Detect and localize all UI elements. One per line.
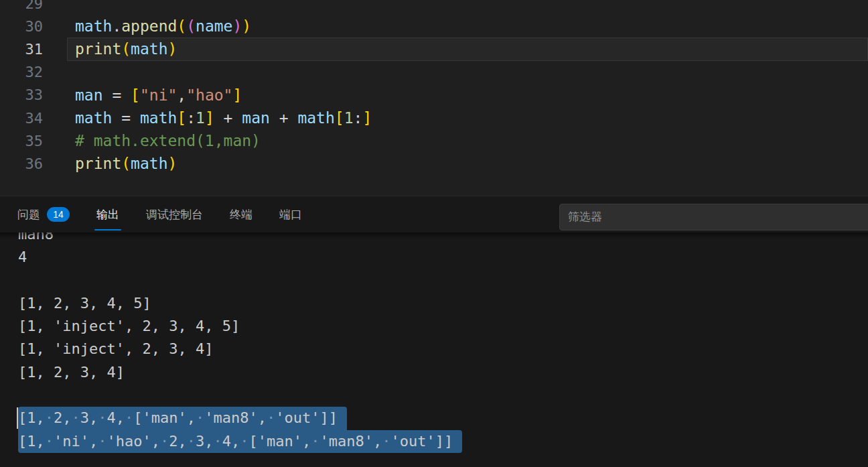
output-line[interactable] xyxy=(0,269,868,292)
code-text: math = math[:1] + man + math[1:] xyxy=(43,109,372,127)
code-line[interactable]: 34math = math[:1] + man + math[1:] xyxy=(0,107,868,129)
panel-tab-bar: 问题 14 输出 调试控制台 终端 端口 xyxy=(0,196,868,232)
code-line[interactable]: 29 xyxy=(0,0,868,15)
tab-debug-console-label: 调试控制台 xyxy=(146,207,203,222)
code-text: print(math) xyxy=(43,40,177,58)
selected-output-text: [1,·'ni',·'hao',·2,·3,·4,·['man',·'man8'… xyxy=(18,430,462,453)
output-text: 4 xyxy=(18,249,27,265)
code-line[interactable]: 33man = ["ni","hao"] xyxy=(0,84,868,107)
code-text: print(math) xyxy=(43,155,177,172)
code-text: man = ["ni","hao"] xyxy=(43,86,242,104)
tab-terminal[interactable]: 终端 xyxy=(230,196,252,232)
output-line[interactable]: [1,·'ni',·'hao',·2,·3,·4,·['man',·'man8'… xyxy=(0,430,868,453)
output-text: [1, 'inject', 2, 3, 4] xyxy=(18,340,213,357)
output-line[interactable]: [1, 2, 3, 4] xyxy=(0,361,868,384)
line-number: 34 xyxy=(0,110,43,127)
output-text: [1, 'inject', 2, 3, 4, 5] xyxy=(18,318,240,334)
code-line[interactable]: 31print(math) xyxy=(0,38,868,60)
code-text: # math.extend(1,man) xyxy=(43,132,261,149)
tab-problems[interactable]: 问题 14 xyxy=(17,196,70,232)
text-cursor xyxy=(17,407,18,429)
code-text: math.append((name)) xyxy=(43,17,251,35)
selected-output-text: [1,·2,·3,·4,·['man',·'man8',·'out']] xyxy=(18,407,347,429)
tab-terminal-label: 终端 xyxy=(230,207,252,222)
output-area[interactable]: man84[1, 2, 3, 4, 5][1, 'inject', 2, 3, … xyxy=(0,232,868,467)
output-text: [1, 2, 3, 4, 5] xyxy=(18,295,151,312)
code-line[interactable]: 32 xyxy=(0,61,868,84)
line-number: 36 xyxy=(0,155,43,172)
output-text: [1, 2, 3, 4] xyxy=(18,364,125,381)
problems-count-badge: 14 xyxy=(47,207,70,222)
line-number: 31 xyxy=(0,41,43,58)
code-line[interactable]: 36print(math) xyxy=(0,152,868,175)
code-editor[interactable]: 2930math.append((name))31print(math)3233… xyxy=(0,0,868,196)
code-line[interactable]: 30math.append((name)) xyxy=(0,15,868,38)
output-text: man8 xyxy=(18,232,54,243)
output-line[interactable]: man8 xyxy=(0,232,868,246)
line-number: 33 xyxy=(0,86,43,103)
tab-debug-console[interactable]: 调试控制台 xyxy=(146,196,203,232)
output-line[interactable]: 4 xyxy=(0,246,868,269)
code-line[interactable]: 35# math.extend(1,man) xyxy=(0,129,868,152)
output-line[interactable] xyxy=(0,384,868,407)
output-line[interactable]: [1,·2,·3,·4,·['man',·'man8',·'out']] xyxy=(0,407,868,429)
vscode-window: 2930math.append((name))31print(math)3233… xyxy=(0,0,868,467)
current-line-highlight xyxy=(67,38,868,60)
output-line[interactable]: [1, 'inject', 2, 3, 4, 5] xyxy=(0,315,868,338)
tab-ports-label: 端口 xyxy=(279,207,302,222)
output-line[interactable]: [1, 2, 3, 4, 5] xyxy=(0,292,868,315)
tab-ports[interactable]: 端口 xyxy=(279,196,302,232)
output-lines: man84[1, 2, 3, 4, 5][1, 'inject', 2, 3, … xyxy=(0,232,868,453)
tab-problems-label: 问题 xyxy=(17,207,40,222)
tab-output-label: 输出 xyxy=(96,207,119,222)
line-number: 29 xyxy=(0,0,43,12)
line-number: 32 xyxy=(0,64,43,80)
line-number: 35 xyxy=(0,133,43,149)
output-line[interactable]: [1, 'inject', 2, 3, 4] xyxy=(0,338,868,360)
line-number: 30 xyxy=(0,18,43,35)
tab-output[interactable]: 输出 xyxy=(96,196,119,232)
filter-input[interactable] xyxy=(559,204,868,230)
editor-lines: 2930math.append((name))31print(math)3233… xyxy=(0,0,868,176)
bottom-panel: 问题 14 输出 调试控制台 终端 端口 man84[1, 2, 3, 4, 5… xyxy=(0,196,868,467)
